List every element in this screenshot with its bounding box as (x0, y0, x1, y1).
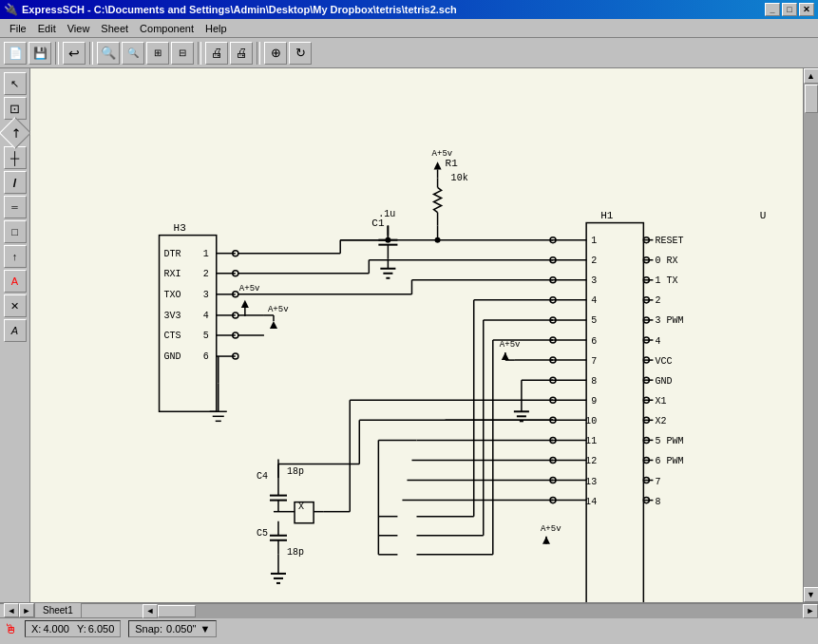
horizontal-scrollbar[interactable]: ◄ ► (143, 603, 818, 617)
canvas-area[interactable]: H3 DTR RXI TXO 3V3 CTS GND 1 2 3 4 5 6 (30, 68, 803, 602)
snap-value: 0.050" (166, 623, 196, 635)
menu-component[interactable]: Component (134, 21, 200, 36)
new-button[interactable]: 📄 (4, 42, 27, 65)
svg-text:7: 7 (655, 477, 660, 487)
svg-marker-156 (270, 321, 277, 329)
rotate-button[interactable]: ↻ (289, 42, 312, 65)
snap-label: Snap: (135, 623, 162, 635)
svg-text:3: 3 (203, 290, 209, 300)
svg-text:4: 4 (203, 311, 209, 321)
svg-text:2: 2 (203, 269, 209, 279)
scroll-track[interactable] (804, 84, 818, 587)
svg-point-139 (435, 237, 441, 243)
zoom-out-button[interactable]: 🔍 (122, 42, 144, 65)
wire-tool[interactable]: ↗ (0, 117, 30, 149)
svg-text:6: 6 (591, 336, 597, 347)
sheet1-tab[interactable]: Sheet1 (34, 602, 82, 617)
menu-view[interactable]: View (62, 21, 96, 36)
center-button[interactable]: ⊕ (264, 42, 287, 65)
svg-text:5: 5 (203, 331, 209, 341)
scroll-right-button[interactable]: ► (803, 604, 818, 618)
net-label-tool[interactable]: A (4, 270, 27, 293)
select-tool[interactable]: ↖ (4, 72, 27, 95)
svg-text:R1: R1 (446, 158, 459, 169)
svg-text:9: 9 (591, 396, 597, 407)
svg-text:7: 7 (591, 356, 597, 367)
bottom-scroll-area: ◄ ► Sheet1 ◄ ► (0, 602, 818, 617)
x-label: X: (31, 623, 41, 635)
svg-text:H3: H3 (174, 222, 186, 234)
hscroll-track[interactable] (158, 604, 803, 618)
titlebar-controls[interactable]: _ □ ✕ (765, 3, 814, 16)
svg-text:11: 11 (585, 436, 597, 446)
print-button[interactable]: 🖨 (205, 42, 228, 65)
prev-sheet-button[interactable]: ◄ (4, 603, 19, 617)
svg-text:14: 14 (585, 497, 597, 507)
menu-help[interactable]: Help (200, 21, 233, 36)
hscroll-thumb[interactable] (158, 605, 196, 617)
next-sheet-button[interactable]: ► (19, 603, 34, 617)
svg-text:1: 1 (591, 236, 597, 246)
scroll-up-button[interactable]: ▲ (804, 68, 819, 84)
scrollbar-right[interactable]: ▲ ▼ (803, 68, 818, 602)
junction-tool[interactable]: ┼ (4, 146, 27, 169)
save-button[interactable]: 💾 (29, 42, 51, 65)
text-tool[interactable]: A (4, 319, 27, 342)
zoom-in-button[interactable]: 🔍 (97, 42, 120, 65)
power-tool[interactable]: ↑ (4, 245, 27, 268)
svg-text:DTR: DTR (164, 249, 181, 259)
svg-text:5: 5 (591, 315, 597, 326)
svg-text:X1: X1 (655, 396, 666, 407)
line-tool[interactable]: / (4, 171, 27, 194)
svg-text:H1: H1 (600, 210, 614, 221)
tab-area: ◄ ► Sheet1 (0, 603, 143, 617)
zoom-fit-button[interactable]: ⊞ (146, 42, 169, 65)
svg-text:10: 10 (585, 416, 597, 426)
left-toolbar: ↖ ⊡ ↗ ┼ / ═ □ ↑ A ✕ A (0, 68, 30, 602)
svg-rect-0 (160, 236, 217, 412)
x-value: 4.000 (43, 623, 69, 635)
bus-tool[interactable]: ═ (4, 196, 27, 218)
svg-text:VCC: VCC (655, 356, 672, 367)
svg-text:C4: C4 (257, 471, 268, 482)
titlebar-title: 🔌 ExpressSCH - C:\Documents and Settings… (4, 3, 457, 16)
toolbar-separator-3 (198, 42, 201, 65)
svg-text:18p: 18p (287, 466, 304, 477)
menubar: File Edit View Sheet Component Help (0, 19, 818, 38)
svg-text:A+5v: A+5v (541, 523, 561, 534)
svg-text:4: 4 (591, 295, 597, 306)
svg-text:12: 12 (585, 456, 597, 466)
schematic-canvas[interactable]: H3 DTR RXI TXO 3V3 CTS GND 1 2 3 4 5 6 (30, 68, 803, 602)
svg-text:TXO: TXO (164, 290, 181, 300)
minimize-button[interactable]: _ (765, 3, 780, 16)
svg-text:18p: 18p (287, 547, 304, 558)
snap-dropdown-icon[interactable]: ▼ (200, 623, 210, 635)
svg-text:RESET: RESET (655, 236, 683, 246)
close-button[interactable]: ✕ (799, 3, 814, 16)
scroll-down-button[interactable]: ▼ (804, 587, 819, 602)
component-tool[interactable]: □ (4, 220, 27, 243)
print-preview-button[interactable]: 🖨 (230, 42, 253, 65)
svg-text:8: 8 (591, 376, 597, 387)
toolbar-separator-4 (257, 42, 260, 65)
menu-sheet[interactable]: Sheet (95, 21, 134, 36)
svg-text:3V3: 3V3 (164, 311, 181, 321)
svg-text:GND: GND (164, 351, 181, 362)
svg-text:A+5v: A+5v (432, 148, 453, 159)
svg-line-201 (278, 400, 553, 459)
svg-text:1: 1 (203, 249, 209, 259)
zoom-100-button[interactable]: ⊟ (171, 42, 194, 65)
svg-text:6 PWM: 6 PWM (655, 456, 683, 466)
menu-edit[interactable]: Edit (32, 21, 62, 36)
svg-text:U: U (760, 210, 767, 221)
restore-button[interactable]: □ (782, 3, 797, 16)
no-connect-tool[interactable]: ✕ (4, 294, 27, 317)
mouse-icon: 🖱 (4, 621, 17, 636)
scroll-left-button[interactable]: ◄ (143, 604, 158, 618)
menu-file[interactable]: File (4, 21, 32, 36)
undo-button[interactable]: ↩ (63, 42, 86, 65)
svg-text:C5: C5 (257, 528, 268, 539)
scroll-thumb[interactable] (805, 85, 818, 113)
app-icon: 🔌 (4, 3, 18, 16)
svg-marker-37 (434, 161, 442, 169)
